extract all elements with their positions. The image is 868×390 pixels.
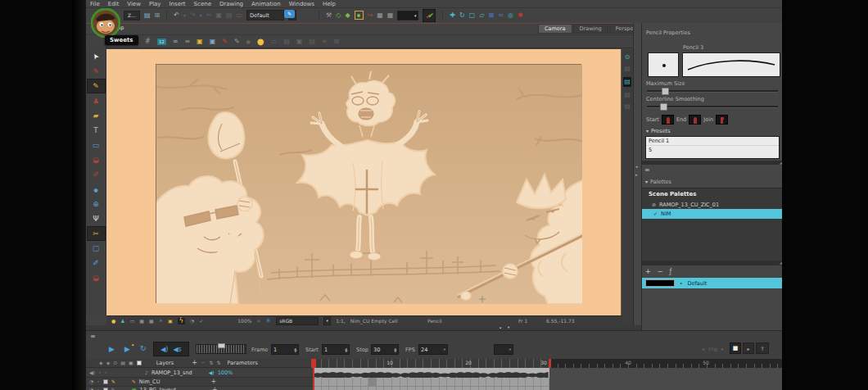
tab-camera[interactable]: Camera	[538, 24, 572, 34]
onion-prev-icon[interactable]: ▭	[271, 39, 278, 45]
import-icon[interactable]: ⊞	[155, 12, 160, 19]
group-selection-icon[interactable]	[355, 11, 364, 20]
colorspace-caret-icon[interactable]: ▾	[323, 317, 331, 325]
speaker-icon[interactable]: ◀)	[89, 370, 95, 375]
auto-flatten-icon[interactable]: ●	[246, 39, 251, 44]
timeline-menu-icon[interactable]: ≡	[90, 333, 96, 340]
scale-icon[interactable]: ▢	[469, 12, 476, 19]
stop-spinbox[interactable]: 30 ▲▼	[371, 344, 399, 355]
lock-icon[interactable]: ▣	[197, 39, 203, 45]
onion-skin-icon[interactable]: ∞	[173, 39, 179, 45]
depth-view-icon[interactable]: ▦	[149, 319, 154, 324]
resize-grip-icon[interactable]: ◢	[780, 161, 782, 165]
cutter-tool[interactable]: ✂	[87, 226, 106, 241]
lock-all-icon[interactable]: ▣	[129, 361, 133, 365]
tool-presets-dropdown[interactable]: ▾	[494, 344, 513, 355]
mini-dropdown[interactable]: ▾	[397, 11, 418, 20]
static-lines-icon[interactable]: ≡	[184, 39, 190, 45]
edit-color-icon[interactable]: ƒ	[669, 269, 671, 275]
layer-row-nim[interactable]: ◔ • ✎ ✎ Nim_CU +	[86, 378, 313, 387]
menu-drawing[interactable]: Drawing	[219, 1, 243, 7]
dropper-tool[interactable]: ✐	[87, 256, 106, 270]
undo-caret-icon[interactable]: ▾	[183, 13, 186, 18]
volume-param[interactable]: 100%	[218, 370, 233, 376]
light-bulb-icon[interactable]: ●	[111, 319, 115, 324]
avatar[interactable]	[91, 8, 120, 38]
splitter-up-icon[interactable]: ▴	[500, 325, 501, 329]
collapse-left-icon[interactable]: ◂	[635, 164, 638, 169]
transform-icon[interactable]: ⊞	[489, 12, 495, 19]
preset-item[interactable]: Pencil 1	[646, 137, 779, 146]
rotate-icon[interactable]: ↻	[459, 12, 465, 19]
text-tool[interactable]: T	[87, 123, 106, 138]
ghost-icon[interactable]: ◔	[190, 319, 194, 324]
onion-next-icon[interactable]: ▣	[296, 39, 303, 45]
annotation-icon[interactable]: ▭	[237, 12, 243, 19]
safe-area-icon[interactable]: ⚑	[159, 319, 163, 324]
paste-icon[interactable]: ▤	[226, 12, 233, 19]
add-param-icon[interactable]: +	[212, 387, 218, 390]
onion-flower-icon[interactable]: ✱	[518, 12, 523, 19]
layer-checkbox[interactable]	[103, 379, 108, 384]
scene-end-marker[interactable]	[549, 359, 551, 368]
redo-caret-icon[interactable]: ▾	[200, 13, 202, 18]
add-layer-icon[interactable]: +	[192, 360, 197, 366]
close-gap-tool[interactable]: ●	[87, 182, 106, 197]
start-cap-picker[interactable]	[662, 115, 674, 125]
sound-scrub-icon[interactable]: ◀s	[173, 346, 181, 353]
layer-row-bg[interactable]: ◔ • ✎ ▦ 13_BG_layout +	[86, 387, 313, 390]
spin-down-icon[interactable]: ▼	[394, 350, 396, 352]
solo-icon[interactable]: ◈	[106, 361, 111, 365]
color-swatch[interactable]	[645, 279, 675, 287]
save-icon[interactable]: ▤	[144, 12, 151, 19]
spin-down-icon[interactable]: ▼	[294, 350, 296, 352]
hand-tool[interactable]: Ψ	[87, 211, 106, 226]
reset-view-icon[interactable]: ♟	[120, 319, 124, 324]
show-hide-eye-icon[interactable]: ⊙	[625, 54, 631, 61]
thumbnail-toggle[interactable]: ■	[730, 342, 741, 354]
start-spinbox[interactable]: 1 ▲▼	[322, 344, 350, 355]
solo-dot-icon[interactable]: •	[97, 379, 100, 384]
menu-edit[interactable]: Edit	[108, 1, 120, 7]
grid-b-icon[interactable]: ▦	[387, 12, 394, 19]
select-all-checkbox[interactable]	[137, 361, 142, 365]
ftb-right-icon[interactable]: ▸	[721, 347, 724, 351]
contour-editor-tool[interactable]: ⊕	[87, 197, 106, 211]
ftb-left-icon[interactable]: ◂	[702, 347, 704, 351]
layer-bottom-icon[interactable]: ▤	[624, 103, 631, 110]
camera-canvas[interactable]	[106, 49, 621, 315]
palettes-header[interactable]: ▾ Palettes	[645, 179, 671, 185]
enable-icon[interactable]: ◔	[89, 379, 93, 384]
rigging-icon[interactable]: ⚒	[326, 12, 332, 19]
join-picker[interactable]	[716, 115, 728, 125]
frame-track-bg[interactable]	[313, 387, 549, 390]
vertical-splitter[interactable]: ◂ ▸	[633, 23, 641, 330]
spin-down-icon[interactable]: ▼	[345, 350, 347, 352]
sync-a-icon[interactable]: ⇅	[210, 361, 214, 365]
tab-drawing[interactable]: Drawing	[573, 24, 608, 34]
colorspace-dropdown[interactable]: sRGB	[276, 317, 319, 325]
instant-render-icon[interactable]: ϟ	[178, 318, 185, 324]
palette-item-selected[interactable]: ✓ NIM	[642, 209, 782, 219]
camera-icon[interactable]: ⊙	[113, 361, 117, 365]
paint-tool[interactable]: ◒	[87, 152, 106, 167]
presets-header[interactable]: ▾ Presets	[646, 128, 671, 134]
workspace-dropdown[interactable]: Default	[246, 10, 284, 20]
sort-toggle[interactable]: T	[756, 342, 769, 354]
menu-play[interactable]: Play	[149, 1, 161, 7]
brush-tool[interactable]: ✎	[87, 64, 106, 79]
draw-top-icon[interactable]: ✎	[234, 39, 240, 45]
enable-all-icon[interactable]: ◈	[99, 361, 103, 365]
add-param-icon[interactable]: +	[210, 379, 216, 385]
menu-file[interactable]: File	[90, 1, 100, 7]
paste-mode-toggle[interactable]: ▸	[743, 342, 754, 354]
param-speaker-icon[interactable]: ◀)	[209, 370, 215, 375]
menu-insert[interactable]: Insert	[170, 1, 186, 7]
node-chain-icon[interactable]: ◆	[345, 12, 350, 19]
sound-icon[interactable]: ◀)	[160, 346, 168, 353]
preset-item[interactable]: 5	[646, 146, 779, 154]
unlock-icon[interactable]: ▣	[210, 39, 216, 45]
redo-icon[interactable]: ↷	[190, 12, 196, 19]
zoom-preset-button[interactable]: Z...	[124, 11, 140, 20]
palette-item[interactable]: ⊘ RAMOP_13_CU_ZIC_01	[642, 200, 782, 209]
